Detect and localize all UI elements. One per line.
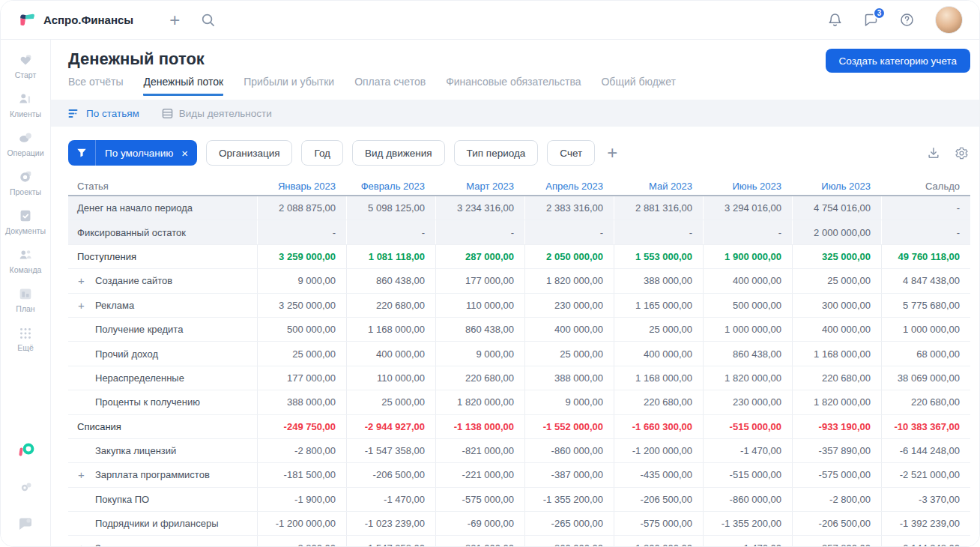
topbar: Аспро.Финансы + 3 [1,1,979,40]
chat-badge: 3 [873,7,886,19]
sidebar-item-plan[interactable]: План [5,285,46,313]
column-header-month[interactable]: Июнь 2023 [703,181,792,192]
support-chat-icon[interactable] [16,515,34,533]
cell-value: - [346,220,435,244]
column-header-month[interactable]: Июль 2023 [792,181,881,192]
table-row: +Зарплата программистов-181 500,00-206 5… [68,463,970,487]
subtab-label: По статьям [86,108,139,119]
cell-value: 3 259 000,00 [257,245,346,268]
expand-icon[interactable]: + [78,468,85,481]
cell-value: 220 680,00 [881,390,970,414]
cell-value: 860 438,00 [703,342,792,365]
row-label[interactable]: Нераспределенные [68,366,257,390]
sidebar-item-start[interactable]: Старт [5,52,46,79]
column-header-month[interactable]: Февраль 2023 [346,181,435,192]
brand-mark-icon [16,441,36,461]
cell-value: 1 820 000,00 [435,390,524,414]
cell-value: 1 168 000,00 [792,342,881,365]
table-body: Денег на начало периода2 088 875,005 098… [68,196,970,546]
cell-value: -1 470,00 [703,439,792,462]
filter-chip[interactable]: Счет [547,140,595,166]
active-filter-button[interactable]: По умолчанию × [68,140,197,166]
row-label[interactable]: +Реклама [68,294,257,317]
row-label[interactable]: Проценты к получению [68,390,257,414]
column-header-month[interactable]: Март 2023 [435,181,524,192]
brand-logo-icon [17,10,37,30]
sidebar-item-team[interactable]: Команда [5,247,46,274]
row-label-text: Покупка ПО [95,494,149,505]
sidebar-item-operations[interactable]: Операции [5,130,46,157]
cell-value: -221 000,00 [435,463,524,486]
row-label[interactable]: Закупка лицензий [68,439,257,462]
cell-value: 9 000,00 [524,390,614,414]
subtab-by-items[interactable]: По статьям [68,108,139,119]
cell-value: - [257,220,346,244]
create-category-button[interactable]: Создать категорию учета [826,49,970,73]
expand-icon[interactable]: + [78,274,85,287]
filter-chip[interactable]: Организация [206,140,292,166]
report-tabs: Все отчётыДенежный потокПрибыли и убытки… [68,76,979,96]
sidebar-item-more[interactable]: Ещё [5,324,46,352]
cell-value: - [614,220,703,244]
cell-value: -206 500,00 [346,463,435,486]
row-label[interactable]: +Зарплата программистов [68,536,257,546]
row-label[interactable]: Фиксированный остаток [68,220,257,244]
cell-value: -2 521 000,00 [881,463,970,486]
bell-icon[interactable] [827,12,843,28]
expand-icon[interactable]: + [78,299,85,312]
row-label[interactable]: Прочий доход [68,342,257,365]
row-label[interactable]: +Зарплата программистов [68,463,257,486]
row-label[interactable]: Списания [68,415,257,438]
row-label[interactable]: Покупка ПО [68,488,257,511]
row-label[interactable]: Получение кредита [68,318,257,341]
settings-icon[interactable] [16,479,34,497]
sidebar-item-documents[interactable]: Документы [5,208,46,235]
table-row: Подрядчики и фрилансеры-1 200 000,00-1 0… [68,512,970,536]
filter-chips: ОрганизацияГодВид движенияТип периодаСче… [197,140,595,166]
cell-value: 500 000,00 [703,294,792,317]
cell-value: -860 000,00 [703,488,792,511]
row-label-text: Закупка лицензий [95,445,176,456]
filter-chip[interactable]: Тип периода [454,140,539,166]
cell-value: -821 000,00 [435,536,524,546]
cell-value: -2 800,00 [792,488,881,511]
cell-value: -1 392 239,00 [881,512,970,535]
gear-icon[interactable] [955,146,969,160]
cell-value: 25 000,00 [257,342,346,365]
cell-value: -1 470,00 [703,536,792,546]
column-header-month[interactable]: Май 2023 [614,181,703,192]
sidebar-item-clients[interactable]: Клиенты [5,91,46,118]
tab-profit-loss[interactable]: Прибыли и убытки [244,76,334,96]
subtab-activity-types[interactable]: Виды деятельности [162,108,272,119]
column-header-month[interactable]: Январь 2023 [257,181,346,192]
tab-all-reports[interactable]: Все отчёты [68,76,123,96]
table-row: +Создание сайтов9 000,00860 438,00177 00… [68,269,970,293]
tab-cash-flow[interactable]: Денежный поток [143,76,223,96]
chat-icon[interactable]: 3 [863,12,879,28]
tab-total-budget[interactable]: Общий бюджет [601,76,675,96]
row-label[interactable]: Поступления [68,245,257,268]
cell-value: -1 552 000,00 [524,415,614,438]
row-label[interactable]: Денег на начало периода [68,196,257,220]
row-label[interactable]: Подрядчики и фрилансеры [68,512,257,535]
search-icon[interactable] [201,13,215,27]
add-icon[interactable]: + [169,11,180,29]
avatar[interactable] [935,6,963,34]
tab-invoice-payment[interactable]: Оплата счетов [354,76,426,96]
download-icon[interactable] [927,146,940,160]
sidebar-item-projects[interactable]: Проекты [5,169,46,196]
column-header-saldo: Сальдо [881,181,970,192]
tab-liabilities[interactable]: Финансовые обязательства [446,76,581,96]
row-label[interactable]: +Создание сайтов [68,269,257,292]
column-header-month[interactable]: Апрель 2023 [524,181,614,192]
add-filter-icon[interactable]: + [607,144,617,162]
row-label-text: Получение кредита [95,324,183,335]
cell-value: 1 000 000,00 [703,318,792,341]
filter-chip[interactable]: Год [301,140,343,166]
subtab-label: Виды деятельности [179,108,272,119]
expand-icon[interactable]: + [78,542,85,546]
filter-chip[interactable]: Вид движения [352,140,445,166]
remove-filter-icon[interactable]: × [178,148,197,159]
cell-value: -575 000,00 [435,488,524,511]
help-icon[interactable] [899,12,915,28]
